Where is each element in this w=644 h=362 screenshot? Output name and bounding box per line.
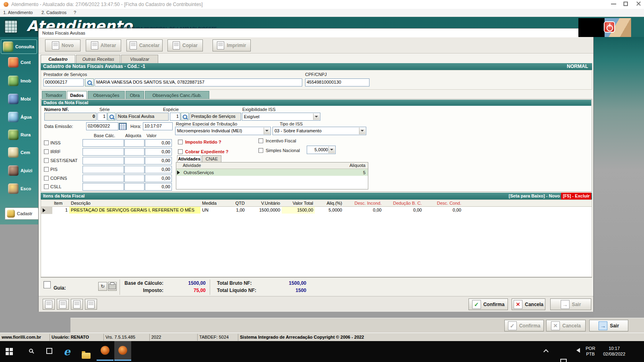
outer-sair-button[interactable]: → Sair (589, 320, 628, 331)
tab-cadastro[interactable]: Cadastro (41, 55, 75, 63)
tab-obra[interactable]: Obra (126, 91, 144, 99)
cancela-button[interactable]: × Cancela (512, 298, 545, 310)
pis-base-input[interactable] (83, 166, 124, 173)
cofins-checkbox[interactable] (44, 176, 49, 181)
csll-aliquota-input[interactable] (124, 183, 144, 191)
item-row[interactable]: 1 PRESTAÇAO DE SERVIÇOS GERAIS I, REFERE… (41, 207, 592, 214)
print-guia-button[interactable] (108, 282, 117, 291)
sidebar-item-agua[interactable]: Água (8, 112, 32, 122)
start-button[interactable] (6, 348, 13, 355)
cofins-valor-input[interactable]: 0,00 (145, 175, 172, 182)
prestador-code-input[interactable]: 000006217 (43, 78, 84, 86)
sest-valor-input[interactable]: 0,00 (145, 157, 172, 165)
inss-aliquota-input[interactable] (124, 139, 144, 147)
sidebar-item-consulta[interactable]: Consulta (1, 39, 37, 54)
tray-chevron-icon[interactable] (543, 349, 549, 354)
file-explorer-icon[interactable] (82, 353, 91, 359)
confirma-button[interactable]: ✓ Confirma (469, 298, 508, 310)
sidebar-item-cem[interactable]: Cem (8, 147, 30, 158)
internet-explorer-icon[interactable]: e (64, 346, 70, 358)
hora-input[interactable]: 10:17:07 (143, 122, 173, 130)
csll-checkbox[interactable] (44, 184, 49, 189)
numero-nf-input[interactable]: 0 (44, 113, 97, 121)
prestador-search-button[interactable] (85, 78, 94, 86)
data-emissao-input[interactable]: 02/08/2022 (86, 122, 118, 130)
outer-cancela-button[interactable]: × Cancela (546, 320, 586, 331)
inss-base-input[interactable] (83, 139, 124, 147)
nav-last-button[interactable] (85, 299, 97, 310)
inss-checkbox[interactable] (44, 140, 49, 145)
especie-input[interactable]: 1 (170, 113, 180, 121)
refresh-guia-button[interactable]: ↻ (98, 282, 107, 291)
exigibilidade-select[interactable]: Exigível (242, 113, 320, 121)
sidebar-item-rura[interactable]: Rura (8, 130, 31, 140)
pis-aliquota-input[interactable] (124, 166, 144, 173)
sidebar-item-imob[interactable]: Imob (8, 76, 31, 86)
simples-checkbox[interactable] (258, 148, 263, 153)
nav-first-button[interactable] (43, 299, 55, 310)
tab-dados[interactable]: Dados (67, 91, 87, 99)
atividade-row[interactable]: OutrosServiços 5 (176, 169, 368, 176)
minimize-button[interactable] (611, 4, 616, 4)
sidebar-item-cont[interactable]: Cont (8, 57, 31, 68)
imprimir-button[interactable]: Imprimir (213, 39, 251, 51)
outer-confirma-button[interactable]: ✓ Confirma (504, 320, 544, 331)
language-indicator[interactable]: POR PTB (586, 346, 595, 357)
irrf-checkbox[interactable] (44, 149, 49, 154)
sidebar-item-esco[interactable]: Esco (8, 183, 31, 194)
cancelar-button[interactable]: Cancelar (126, 39, 163, 51)
especie-search-button[interactable] (181, 113, 189, 121)
menu-help[interactable]: ? (74, 10, 76, 15)
nav-prev-button[interactable] (57, 299, 69, 310)
incentivo-checkbox[interactable] (258, 138, 263, 143)
inss-valor-input[interactable]: 0,00 (145, 139, 172, 147)
simples-valor-select[interactable]: 5,0000 (307, 146, 336, 154)
maximize-button[interactable] (623, 2, 628, 6)
menu-cadastros[interactable]: 2. Cadastros (41, 10, 66, 15)
taskbar-app-1[interactable] (97, 341, 114, 361)
nav-next-button[interactable] (71, 299, 83, 310)
imposto-retido-checkbox[interactable] (178, 140, 183, 144)
sidebar-item-mobi[interactable]: Mobi (8, 94, 31, 104)
tab-visualizar[interactable]: Visualizar (121, 55, 158, 63)
copiar-button[interactable]: Copiar (167, 39, 203, 51)
guia-checkbox[interactable] (43, 281, 51, 288)
cobrar-expediente-checkbox[interactable] (178, 149, 183, 154)
cofins-base-input[interactable] (83, 175, 124, 182)
tab-obs-canc-sub[interactable]: Observações Canc./Sub. (145, 91, 209, 99)
calendar-button[interactable] (119, 123, 127, 130)
sidebar-item-ajuizi[interactable]: Ajuizi (8, 165, 32, 176)
irrf-valor-input[interactable]: 0,00 (145, 148, 172, 156)
novo-button[interactable]: Novo (45, 39, 80, 51)
taskbar-search-icon[interactable] (29, 349, 33, 353)
power-icon[interactable] (604, 21, 615, 33)
tipo-iss-select[interactable]: 03 - Sobre Faturamento (272, 127, 366, 135)
network-icon[interactable] (560, 359, 567, 362)
tab-atividades[interactable]: Atividades (177, 155, 201, 162)
regime-select[interactable]: Microempresário Individual (MEI) (175, 127, 271, 135)
clock[interactable]: 10:17 02/08/2022 (600, 346, 629, 357)
menu-atendimento[interactable]: 1. Atendimento (3, 10, 33, 15)
csll-valor-input[interactable]: 0,00 (145, 183, 172, 191)
pis-valor-input[interactable]: 0,00 (145, 166, 172, 173)
sest-base-input[interactable] (83, 157, 124, 165)
close-button[interactable] (636, 1, 641, 6)
irrf-base-input[interactable] (83, 148, 124, 156)
alterar-button[interactable]: Alterar (86, 39, 121, 51)
sair-button[interactable]: → Sair (550, 298, 591, 310)
sest-aliquota-input[interactable] (124, 157, 144, 165)
speaker-icon[interactable] (574, 348, 580, 353)
tab-observacoes[interactable]: Observações (88, 91, 125, 99)
sest-checkbox[interactable] (44, 158, 49, 163)
pis-checkbox[interactable] (44, 167, 49, 172)
serie-search-button[interactable] (107, 113, 116, 121)
taskbar-app-2-active[interactable] (114, 341, 131, 361)
irrf-aliquota-input[interactable] (124, 148, 144, 156)
serie-input[interactable]: 1 (97, 113, 107, 121)
cofins-aliquota-input[interactable] (124, 175, 144, 182)
tab-tomador[interactable]: Tomador (42, 91, 66, 99)
prestador-name-input[interactable]: MARIA VANESSA DOS SANTOS SILVA, 07822887… (95, 78, 302, 86)
tab-outras-receitas[interactable]: Outras Receitas (76, 55, 120, 63)
tab-cnae[interactable]: CNAE (202, 155, 221, 162)
task-view-icon[interactable] (46, 348, 52, 354)
